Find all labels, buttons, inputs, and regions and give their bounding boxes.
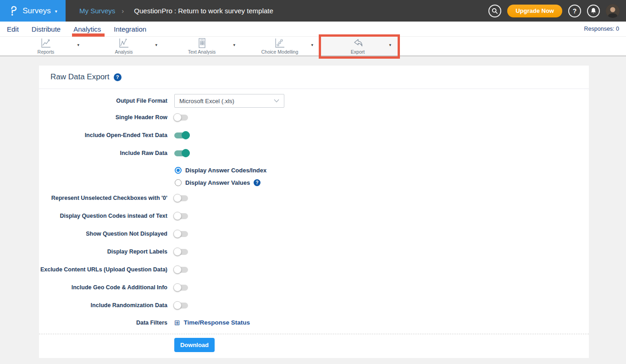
help-icon[interactable]: ?: [114, 73, 122, 81]
download-row: Download: [39, 338, 589, 352]
raw-data-row: Include Raw Data: [39, 146, 589, 160]
toggle-knob: [173, 194, 182, 202]
toolbar-item-analysis[interactable]: ▾ Analysis: [85, 37, 163, 55]
toolbar-item-label: Text Analysis: [188, 49, 216, 55]
toggle-knob: [173, 230, 182, 238]
toolbar-item-text-analysis[interactable]: ▾ Text Analysis: [163, 37, 241, 55]
report-labels-row: Display Report Labels: [39, 245, 589, 259]
plus-box-icon[interactable]: ⊞: [174, 319, 180, 326]
bell-icon: [590, 7, 597, 14]
field-label: Include Randomization Data: [39, 302, 167, 309]
include-raw-data-toggle[interactable]: [174, 150, 188, 156]
toggle-knob: [173, 212, 182, 220]
scatter-chart-icon: [274, 38, 286, 49]
question-codes-row: Display Question Codes instead of Text: [39, 209, 589, 223]
toggle-knob: [173, 301, 182, 309]
randomization-data-row: Include Randomization Data: [39, 298, 589, 312]
document-grid-icon: [196, 38, 207, 49]
tab-distribute[interactable]: Distribute: [32, 25, 61, 33]
toolbar-item-label: Reports: [38, 49, 55, 55]
line-chart-icon: [40, 38, 52, 49]
toggle-rows-group: Represent Unselected Checkboxes with '0'…: [39, 191, 589, 312]
unselected-checkboxes-row: Represent Unselected Checkboxes with '0': [39, 191, 589, 205]
chevron-down-icon[interactable]: ▾: [233, 43, 235, 47]
responses-count: Responses: 0: [584, 26, 619, 32]
include-open-ended-toggle[interactable]: [174, 132, 188, 138]
export-arrow-icon: [352, 38, 364, 49]
toolbar-item-reports[interactable]: ▾ Reports: [7, 37, 85, 55]
question-not-displayed-toggle[interactable]: [174, 231, 188, 237]
question-codes-toggle[interactable]: [174, 213, 188, 219]
field-label: Include Open-Ended Text Data: [39, 132, 167, 138]
data-filters-row: Data Filters ⊞ Time/Response Status: [39, 316, 589, 329]
single-header-row-toggle[interactable]: [174, 115, 188, 121]
toggle-knob: [173, 283, 182, 292]
toggle-knob: [173, 265, 182, 274]
field-label: Include Raw Data: [39, 150, 167, 156]
toolbar-item-choice-modelling[interactable]: ▾ Choice Modelling: [241, 37, 319, 55]
notifications-button[interactable]: [587, 5, 600, 17]
field-label: Exclude Content URLs (Upload Question Da…: [39, 266, 167, 273]
field-label: Data Filters: [39, 320, 167, 326]
display-answer-codes-radio[interactable]: [175, 167, 182, 174]
toggle-knob: [173, 248, 182, 256]
answer-values-radio-row: Display Answer Values ?: [39, 176, 589, 189]
download-button[interactable]: Download: [174, 338, 215, 352]
analytics-annotation-underline: [72, 33, 105, 37]
field-label: Display Question Codes instead of Text: [39, 213, 167, 219]
output-format-row: Output File Format Microsoft Excel (.xls…: [39, 94, 589, 108]
avatar[interactable]: [606, 4, 620, 18]
export-settings-form: Output File Format Microsoft Excel (.xls…: [39, 89, 589, 352]
surveys-menu-button[interactable]: Surveys ▾: [0, 0, 66, 22]
page-title: QuestionPro : Return to work survey temp…: [134, 7, 273, 15]
chevron-down-icon: ▾: [55, 9, 57, 14]
breadcrumb-separator: ›: [122, 7, 124, 15]
field-label: Display Report Labels: [39, 248, 167, 255]
unselected-checkboxes-toggle[interactable]: [174, 195, 188, 201]
geo-code-toggle[interactable]: [174, 285, 188, 291]
toolbar-item-label: Choice Modelling: [261, 49, 299, 55]
question-mark-icon: ?: [573, 7, 577, 15]
geo-code-row: Include Geo Code & Additional Info: [39, 281, 589, 294]
toolbar-item-export[interactable]: ▾ Export: [319, 37, 397, 55]
toggle-knob: [182, 149, 190, 157]
time-response-status-link[interactable]: Time/Response Status: [184, 319, 250, 326]
toggle-knob: [182, 131, 190, 139]
breadcrumb-my-surveys[interactable]: My Surveys: [79, 7, 115, 15]
report-labels-toggle[interactable]: [174, 249, 188, 255]
tab-analytics[interactable]: Analytics: [73, 25, 101, 33]
analysis-chart-icon: [118, 38, 130, 49]
display-answer-values-radio[interactable]: [175, 179, 182, 186]
tab-edit[interactable]: Edit: [7, 25, 19, 33]
top-header: Surveys ▾ My Surveys › QuestionPro : Ret…: [0, 0, 626, 22]
randomization-data-toggle[interactable]: [174, 303, 188, 309]
selected-option: Microsoft Excel (.xls): [179, 98, 234, 105]
raw-data-export-panel: Raw Data Export ? Output File Format Mic…: [39, 66, 589, 358]
exclude-content-urls-toggle[interactable]: [174, 267, 188, 273]
question-not-displayed-row: Show Question Not Displayed: [39, 227, 589, 241]
upgrade-now-button[interactable]: Upgrade Now: [507, 5, 562, 17]
toolbar-item-label: Export: [351, 49, 365, 55]
output-format-select[interactable]: Microsoft Excel (.xls): [174, 94, 284, 108]
search-icon: [492, 8, 498, 14]
questionpro-logo-icon: [8, 5, 18, 17]
product-name: Surveys: [22, 6, 50, 16]
analytics-toolbar: ▾ Reports ▾ Analysis ▾ Text Analysis: [0, 37, 626, 56]
tab-integration[interactable]: Integration: [114, 25, 146, 33]
chevron-down-icon[interactable]: ▾: [155, 43, 157, 47]
help-icon[interactable]: ?: [254, 179, 260, 186]
toolbar-item-label: Analysis: [115, 49, 133, 55]
user-photo: [606, 4, 620, 18]
breadcrumb: My Surveys › QuestionPro : Return to wor…: [79, 7, 273, 15]
help-menu-button[interactable]: ?: [568, 5, 581, 17]
field-label: Output File Format: [39, 98, 167, 104]
chevron-down-icon[interactable]: ▾: [77, 43, 79, 47]
chevron-down-icon[interactable]: ▾: [389, 43, 391, 47]
open-ended-row: Include Open-Ended Text Data: [39, 128, 589, 142]
chevron-down-icon: [274, 99, 279, 103]
field-label: Show Question Not Displayed: [39, 231, 167, 237]
panel-title: Raw Data Export: [50, 72, 110, 82]
toggle-knob: [173, 113, 182, 121]
search-button[interactable]: [488, 5, 501, 17]
chevron-down-icon[interactable]: ▾: [311, 43, 313, 47]
